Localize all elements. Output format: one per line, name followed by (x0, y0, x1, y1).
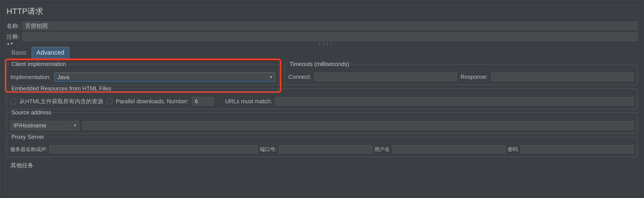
source-address-type-value: IP/Hostname (11, 122, 71, 129)
name-label: 名称: (7, 22, 20, 30)
connect-input[interactable] (315, 73, 457, 81)
proxy-pass-input[interactable] (520, 145, 634, 153)
proxy-server-label: 服务器名称或IP: (10, 146, 47, 153)
group-client-implementation-legend: Client implementation (10, 61, 67, 67)
comment-row: 注释: (3, 32, 641, 42)
group-source-address: Source address IP/Hostname ▼ (7, 109, 637, 134)
tab-bar: Basic Advanced (3, 46, 641, 58)
parallel-downloads-label: Parallel downloads. Number: (116, 98, 189, 105)
name-row: 名称: (3, 20, 641, 32)
implementation-select-value: Java (54, 74, 267, 81)
name-input[interactable] (23, 22, 637, 30)
group-timeouts: Timeouts (milliseconds) Connect: Respons… (285, 61, 637, 85)
chevron-up-icon (7, 42, 10, 46)
proxy-user-label: 用户名 (374, 146, 390, 153)
proxy-user-input[interactable] (392, 145, 506, 153)
comment-input[interactable] (23, 32, 637, 41)
expand-collapse-bar: ⋮⋮⋮⋮ (3, 42, 641, 46)
resize-grip-icon[interactable]: ⋮⋮⋮⋮ (13, 42, 637, 46)
urls-must-match-input[interactable] (276, 97, 634, 106)
group-proxy-server: Proxy Server 服务器名称或IP: 端口号: 用户名 密码 (7, 134, 637, 157)
parallel-downloads-number-input[interactable] (192, 97, 214, 106)
tab-basic[interactable]: Basic (7, 47, 32, 58)
http-request-panel: HTTP请求 名称: 注释: ⋮⋮⋮⋮ Basic Advanced Clien… (2, 3, 642, 197)
implementation-select[interactable]: Java ▼ (54, 73, 275, 82)
group-embedded-resources: Embedded Resources from HTML Files 从HTML… (7, 85, 637, 109)
proxy-pass-label: 密码 (508, 146, 518, 153)
panel-title: HTTP请求 (3, 3, 641, 20)
comment-label: 注释: (7, 33, 20, 41)
chevron-down-icon: ▼ (71, 123, 79, 127)
connect-label: Connect: (288, 74, 311, 80)
group-embedded-resources-legend: Embedded Resources from HTML Files (10, 85, 113, 92)
proxy-port-input[interactable] (279, 145, 372, 153)
proxy-server-input[interactable] (50, 145, 258, 153)
urls-must-match-label: URLs must match: (225, 98, 272, 105)
group-source-address-legend: Source address (10, 109, 52, 116)
implementation-label: Implementation: (10, 74, 51, 81)
chevron-down-icon: ▼ (267, 75, 275, 79)
response-label: Response: (460, 74, 488, 80)
parallel-downloads-checkbox[interactable] (107, 98, 112, 104)
other-tasks-legend: 其他任务 (7, 160, 637, 169)
retrieve-resources-label: 从HTML文件获取所有内含的资源 (19, 98, 103, 105)
group-proxy-server-legend: Proxy Server (10, 134, 46, 140)
response-input[interactable] (491, 73, 634, 81)
retrieve-resources-checkbox[interactable] (10, 98, 16, 104)
proxy-port-label: 端口号: (260, 146, 277, 153)
tab-advanced[interactable]: Advanced (32, 47, 69, 58)
group-timeouts-legend: Timeouts (milliseconds) (288, 61, 350, 67)
source-address-type-select[interactable]: IP/Hostname ▼ (10, 121, 79, 130)
source-address-input[interactable] (83, 121, 634, 130)
expand-collapse-toggle[interactable] (7, 42, 13, 46)
chevron-down-icon (10, 42, 13, 46)
group-client-implementation: Client implementation Implementation: Ja… (7, 61, 279, 85)
